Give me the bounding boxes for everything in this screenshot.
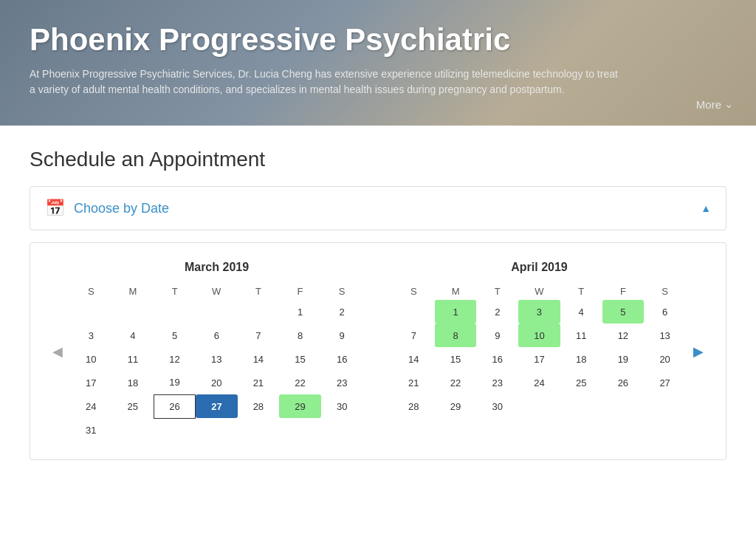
calendar-month-0: March 2019SMTWTFS12345678910111213141516…: [70, 261, 363, 442]
hero-section: Phoenix Progressive Psychiatric At Phoen…: [0, 0, 756, 126]
calendar-day: 2: [321, 300, 363, 324]
day-header: S: [321, 283, 363, 300]
calendar-day: 24: [70, 394, 112, 418]
calendar-day: 9: [476, 324, 518, 347]
calendar-day: 10: [70, 347, 112, 371]
main-content: Schedule an Appointment 📅 Choose by Date…: [0, 126, 756, 482]
calendar-day[interactable]: 1: [435, 300, 477, 324]
calendar-day[interactable]: 27: [196, 394, 238, 418]
calendar-day: 16: [321, 347, 363, 371]
calendar-day: 21: [238, 371, 280, 394]
calendar-day: [644, 394, 686, 418]
calendar-day[interactable]: 26: [154, 394, 196, 418]
calendar-day: 18: [560, 347, 602, 371]
calendar-day: 13: [196, 347, 238, 371]
day-header: W: [518, 283, 560, 300]
calendar-month-1: April 2019SMTWTFS12345678910111213141516…: [393, 261, 686, 442]
calendar-day: 2: [476, 300, 518, 324]
calendar-icon: 📅: [45, 199, 65, 218]
calendar-day: 22: [279, 371, 321, 394]
calendar-day: 14: [393, 347, 435, 371]
calendar-day: 5: [154, 324, 196, 347]
calendar-day: 20: [196, 371, 238, 394]
calendar-day: 7: [238, 324, 280, 347]
date-bar-left: 📅 Choose by Date: [45, 199, 169, 218]
calendar-day: 11: [112, 347, 154, 371]
day-header: W: [196, 283, 238, 300]
calendar-day: [238, 300, 280, 324]
calendar-day[interactable]: 3: [518, 300, 560, 324]
calendar-day: [112, 300, 154, 324]
calendar-day: 1: [279, 300, 321, 324]
calendar-container: ◀ March 2019SMTWTFS123456789101112131415…: [30, 242, 726, 460]
calendar-day: [321, 418, 363, 442]
calendar-day: 29: [435, 394, 477, 418]
more-button[interactable]: More ⌄: [696, 97, 734, 111]
calendar-day: 4: [560, 300, 602, 324]
calendar-day: 19: [602, 347, 645, 371]
prev-month-button[interactable]: ◀: [45, 343, 70, 360]
calendar-month-title-1: April 2019: [393, 261, 686, 274]
next-month-button[interactable]: ▶: [686, 343, 711, 360]
hero-description: At Phoenix Progressive Psychiatric Servi…: [30, 66, 620, 97]
choose-by-date-bar[interactable]: 📅 Choose by Date ▲: [30, 186, 726, 230]
calendar-day: 23: [476, 371, 518, 394]
calendar-day: 28: [238, 394, 280, 418]
calendar-day: 11: [560, 324, 602, 347]
calendar-day: [393, 300, 435, 324]
calendar-day: 4: [112, 324, 154, 347]
calendar-day: 23: [321, 371, 363, 394]
calendar-day: 7: [393, 324, 435, 347]
calendar-day: 22: [435, 371, 477, 394]
day-header: T: [154, 283, 196, 300]
calendar-day: [560, 394, 602, 418]
calendar-day: [70, 300, 112, 324]
calendar-day: [238, 418, 280, 442]
hero-title: Phoenix Progressive Psychiatric: [30, 22, 694, 58]
calendar-day: 20: [644, 347, 686, 371]
calendar-day[interactable]: 5: [602, 300, 645, 324]
calendar-day: [154, 300, 196, 324]
calendar-day: 27: [644, 371, 686, 394]
calendar-day: 17: [518, 347, 560, 371]
calendar-day: 28: [393, 394, 435, 418]
calendar-day: 26: [602, 371, 645, 394]
calendar-day: 15: [435, 347, 477, 371]
calendar-day: 8: [279, 324, 321, 347]
hero-content: Phoenix Progressive Psychiatric At Phoen…: [30, 22, 694, 97]
calendar-day: 12: [154, 347, 196, 371]
more-label: More: [696, 98, 721, 111]
calendar-day: 13: [644, 324, 686, 347]
calendar-day[interactable]: 8: [435, 324, 477, 347]
calendar-day: 12: [602, 324, 645, 347]
calendar-day[interactable]: 10: [518, 324, 560, 347]
calendars-wrap: March 2019SMTWTFS12345678910111213141516…: [70, 261, 686, 442]
calendar-day: 16: [476, 347, 518, 371]
calendar-day: 9: [321, 324, 363, 347]
calendar-day: 30: [321, 394, 363, 418]
collapse-arrow-icon[interactable]: ▲: [701, 202, 711, 214]
calendar-day: [518, 394, 560, 418]
calendar-day: 6: [196, 324, 238, 347]
calendar-day: 25: [112, 394, 154, 418]
day-header: T: [560, 283, 602, 300]
calendar-day: [196, 300, 238, 324]
day-header: T: [476, 283, 518, 300]
calendar-day: [112, 418, 154, 442]
calendar-day: 6: [644, 300, 686, 324]
calendar-day: 30: [476, 394, 518, 418]
date-bar-label: Choose by Date: [74, 201, 169, 216]
calendar-day: [279, 418, 321, 442]
calendar-day: 17: [70, 371, 112, 394]
chevron-down-icon: ⌄: [724, 97, 734, 111]
calendar-grid-1: SMTWTFS123456789101112131415161718192021…: [393, 283, 686, 418]
calendar-day: [196, 418, 238, 442]
day-header: F: [602, 283, 645, 300]
calendar-day: 25: [560, 371, 602, 394]
day-header: F: [279, 283, 321, 300]
day-header: T: [238, 283, 280, 300]
day-header: S: [644, 283, 686, 300]
calendar-day[interactable]: 29: [279, 394, 321, 418]
day-header: S: [393, 283, 435, 300]
calendar-day: 24: [518, 371, 560, 394]
